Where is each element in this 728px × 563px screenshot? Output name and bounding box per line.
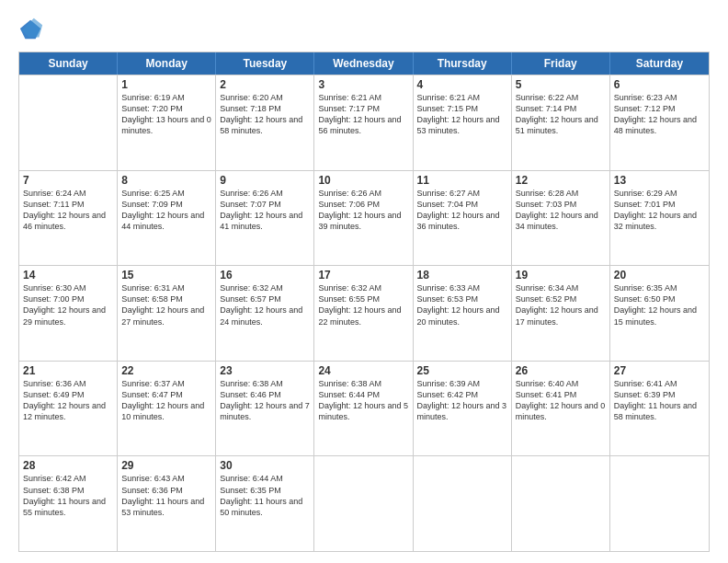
calendar-cell [610, 456, 709, 551]
day-number: 16 [220, 269, 310, 282]
cell-info: Sunrise: 6:28 AMSunset: 7:03 PMDaylight:… [516, 188, 606, 233]
calendar-cell: 22Sunrise: 6:37 AMSunset: 6:47 PMDayligh… [118, 362, 216, 456]
day-header: Tuesday [216, 52, 314, 75]
day-number: 15 [121, 269, 211, 282]
logo [18, 17, 46, 42]
cell-info: Sunrise: 6:26 AMSunset: 7:07 PMDaylight:… [220, 188, 310, 233]
calendar-cell: 12Sunrise: 6:28 AMSunset: 7:03 PMDayligh… [512, 171, 610, 266]
cell-info: Sunrise: 6:31 AMSunset: 6:58 PMDaylight:… [121, 282, 211, 327]
cell-info: Sunrise: 6:32 AMSunset: 6:55 PMDaylight:… [318, 282, 408, 327]
calendar-cell: 18Sunrise: 6:33 AMSunset: 6:53 PMDayligh… [414, 266, 512, 361]
logo-icon [18, 17, 44, 42]
calendar-cell: 9Sunrise: 6:26 AMSunset: 7:07 PMDaylight… [216, 171, 314, 266]
day-header: Monday [118, 52, 216, 75]
day-header: Friday [512, 52, 610, 75]
calendar-cell [512, 456, 610, 551]
calendar-cell: 21Sunrise: 6:36 AMSunset: 6:49 PMDayligh… [19, 362, 118, 456]
cell-info: Sunrise: 6:30 AMSunset: 7:00 PMDaylight:… [23, 282, 113, 327]
calendar: SundayMondayTuesdayWednesdayThursdayFrid… [18, 52, 710, 552]
cell-info: Sunrise: 6:40 AMSunset: 6:41 PMDaylight:… [516, 378, 606, 423]
cell-info: Sunrise: 6:23 AMSunset: 7:12 PMDaylight:… [614, 92, 705, 137]
day-number: 14 [23, 269, 113, 282]
calendar-cell: 8Sunrise: 6:25 AMSunset: 7:09 PMDaylight… [118, 171, 216, 266]
cell-info: Sunrise: 6:37 AMSunset: 6:47 PMDaylight:… [121, 378, 211, 423]
calendar-row: 1Sunrise: 6:19 AMSunset: 7:20 PMDaylight… [19, 75, 709, 170]
calendar-cell: 7Sunrise: 6:24 AMSunset: 7:11 PMDaylight… [19, 171, 118, 266]
cell-info: Sunrise: 6:38 AMSunset: 6:44 PMDaylight:… [318, 378, 408, 423]
cell-info: Sunrise: 6:41 AMSunset: 6:39 PMDaylight:… [614, 378, 705, 423]
day-number: 6 [614, 78, 705, 91]
calendar-row: 28Sunrise: 6:42 AMSunset: 6:38 PMDayligh… [19, 455, 709, 551]
calendar-cell: 28Sunrise: 6:42 AMSunset: 6:38 PMDayligh… [19, 456, 118, 551]
cell-info: Sunrise: 6:34 AMSunset: 6:52 PMDaylight:… [516, 282, 606, 327]
cell-info: Sunrise: 6:43 AMSunset: 6:36 PMDaylight:… [121, 473, 211, 518]
day-number: 28 [23, 459, 113, 472]
day-number: 1 [121, 78, 211, 91]
day-number: 21 [23, 364, 113, 377]
calendar-body: 1Sunrise: 6:19 AMSunset: 7:20 PMDaylight… [19, 75, 709, 551]
cell-info: Sunrise: 6:32 AMSunset: 6:57 PMDaylight:… [220, 282, 310, 327]
day-number: 5 [516, 78, 606, 91]
cell-info: Sunrise: 6:35 AMSunset: 6:50 PMDaylight:… [614, 282, 705, 327]
cell-info: Sunrise: 6:20 AMSunset: 7:18 PMDaylight:… [220, 92, 310, 137]
day-number: 13 [614, 174, 705, 187]
cell-info: Sunrise: 6:29 AMSunset: 7:01 PMDaylight:… [614, 188, 705, 233]
calendar-cell: 25Sunrise: 6:39 AMSunset: 6:42 PMDayligh… [414, 362, 512, 456]
cell-info: Sunrise: 6:21 AMSunset: 7:15 PMDaylight:… [417, 92, 507, 137]
cell-info: Sunrise: 6:27 AMSunset: 7:04 PMDaylight:… [417, 188, 507, 233]
day-number: 10 [318, 174, 408, 187]
calendar-cell: 4Sunrise: 6:21 AMSunset: 7:15 PMDaylight… [414, 75, 512, 170]
calendar-cell: 26Sunrise: 6:40 AMSunset: 6:41 PMDayligh… [512, 362, 610, 456]
cell-info: Sunrise: 6:25 AMSunset: 7:09 PMDaylight:… [121, 188, 211, 233]
day-number: 17 [318, 269, 408, 282]
day-number: 20 [614, 269, 705, 282]
calendar-cell: 20Sunrise: 6:35 AMSunset: 6:50 PMDayligh… [610, 266, 709, 361]
calendar-cell: 1Sunrise: 6:19 AMSunset: 7:20 PMDaylight… [118, 75, 216, 170]
cell-info: Sunrise: 6:42 AMSunset: 6:38 PMDaylight:… [23, 473, 113, 518]
calendar-cell: 6Sunrise: 6:23 AMSunset: 7:12 PMDaylight… [610, 75, 709, 170]
calendar-cell [19, 75, 118, 170]
calendar-cell: 15Sunrise: 6:31 AMSunset: 6:58 PMDayligh… [118, 266, 216, 361]
cell-info: Sunrise: 6:19 AMSunset: 7:20 PMDaylight:… [121, 92, 211, 137]
day-number: 25 [417, 364, 507, 377]
calendar-cell: 3Sunrise: 6:21 AMSunset: 7:17 PMDaylight… [314, 75, 413, 170]
cell-info: Sunrise: 6:24 AMSunset: 7:11 PMDaylight:… [23, 188, 113, 233]
cell-info: Sunrise: 6:33 AMSunset: 6:53 PMDaylight:… [417, 282, 507, 327]
day-number: 23 [220, 364, 310, 377]
calendar-cell: 27Sunrise: 6:41 AMSunset: 6:39 PMDayligh… [610, 362, 709, 456]
day-number: 12 [516, 174, 606, 187]
day-header: Thursday [414, 52, 512, 75]
calendar-header: SundayMondayTuesdayWednesdayThursdayFrid… [19, 52, 709, 75]
day-number: 19 [516, 269, 606, 282]
day-header: Sunday [19, 52, 118, 75]
day-header: Saturday [610, 52, 709, 75]
day-number: 27 [614, 364, 705, 377]
cell-info: Sunrise: 6:22 AMSunset: 7:14 PMDaylight:… [516, 92, 606, 137]
calendar-cell: 10Sunrise: 6:26 AMSunset: 7:06 PMDayligh… [314, 171, 413, 266]
calendar-cell: 24Sunrise: 6:38 AMSunset: 6:44 PMDayligh… [314, 362, 413, 456]
day-number: 30 [220, 459, 310, 472]
calendar-cell: 19Sunrise: 6:34 AMSunset: 6:52 PMDayligh… [512, 266, 610, 361]
calendar-cell: 17Sunrise: 6:32 AMSunset: 6:55 PMDayligh… [314, 266, 413, 361]
day-number: 26 [516, 364, 606, 377]
day-number: 4 [417, 78, 507, 91]
cell-info: Sunrise: 6:44 AMSunset: 6:35 PMDaylight:… [220, 473, 310, 518]
cell-info: Sunrise: 6:38 AMSunset: 6:46 PMDaylight:… [220, 378, 310, 423]
calendar-cell: 29Sunrise: 6:43 AMSunset: 6:36 PMDayligh… [118, 456, 216, 551]
cell-info: Sunrise: 6:21 AMSunset: 7:17 PMDaylight:… [318, 92, 408, 137]
cell-info: Sunrise: 6:39 AMSunset: 6:42 PMDaylight:… [417, 378, 507, 423]
header [18, 17, 710, 42]
calendar-cell: 16Sunrise: 6:32 AMSunset: 6:57 PMDayligh… [216, 266, 314, 361]
calendar-cell: 23Sunrise: 6:38 AMSunset: 6:46 PMDayligh… [216, 362, 314, 456]
day-number: 18 [417, 269, 507, 282]
calendar-cell: 13Sunrise: 6:29 AMSunset: 7:01 PMDayligh… [610, 171, 709, 266]
day-number: 7 [23, 174, 113, 187]
day-number: 3 [318, 78, 408, 91]
cell-info: Sunrise: 6:36 AMSunset: 6:49 PMDaylight:… [23, 378, 113, 423]
calendar-cell [314, 456, 413, 551]
calendar-cell: 2Sunrise: 6:20 AMSunset: 7:18 PMDaylight… [216, 75, 314, 170]
calendar-cell: 30Sunrise: 6:44 AMSunset: 6:35 PMDayligh… [216, 456, 314, 551]
page: SundayMondayTuesdayWednesdayThursdayFrid… [0, 0, 728, 563]
day-number: 24 [318, 364, 408, 377]
calendar-cell [414, 456, 512, 551]
